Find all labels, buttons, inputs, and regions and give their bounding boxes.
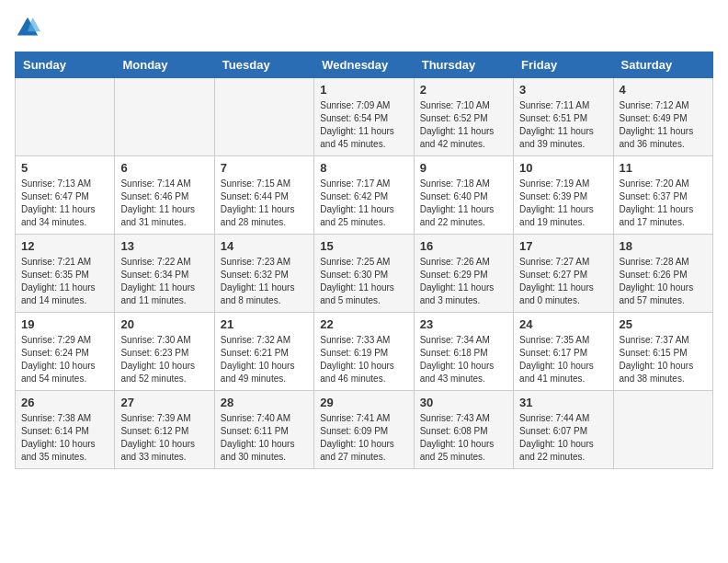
- day-info: Sunrise: 7:10 AM Sunset: 6:52 PM Dayligh…: [420, 99, 507, 151]
- day-number: 8: [320, 161, 407, 175]
- days-of-week-row: SundayMondayTuesdayWednesdayThursdayFrid…: [16, 52, 713, 78]
- day-info: Sunrise: 7:22 AM Sunset: 6:34 PM Dayligh…: [120, 256, 208, 307]
- day-cell: 14Sunrise: 7:23 AM Sunset: 6:32 PM Dayli…: [214, 235, 313, 313]
- day-number: 1: [320, 83, 407, 97]
- day-cell: 15Sunrise: 7:25 AM Sunset: 6:30 PM Dayli…: [314, 235, 414, 313]
- day-cell: 30Sunrise: 7:43 AM Sunset: 6:08 PM Dayli…: [414, 391, 513, 469]
- day-cell: 2Sunrise: 7:10 AM Sunset: 6:52 PM Daylig…: [414, 78, 513, 156]
- day-cell: 20Sunrise: 7:30 AM Sunset: 6:23 PM Dayli…: [115, 313, 214, 391]
- day-info: Sunrise: 7:34 AM Sunset: 6:18 PM Dayligh…: [420, 334, 507, 385]
- logo: [15, 15, 44, 40]
- day-number: 31: [519, 396, 607, 409]
- day-info: Sunrise: 7:11 AM Sunset: 6:51 PM Dayligh…: [519, 99, 607, 151]
- logo-icon: [15, 15, 40, 40]
- day-cell: 25Sunrise: 7:37 AM Sunset: 6:15 PM Dayli…: [613, 313, 712, 391]
- week-row-4: 19Sunrise: 7:29 AM Sunset: 6:24 PM Dayli…: [16, 313, 713, 391]
- week-row-5: 26Sunrise: 7:38 AM Sunset: 6:14 PM Dayli…: [16, 391, 713, 469]
- day-info: Sunrise: 7:21 AM Sunset: 6:35 PM Dayligh…: [21, 256, 108, 307]
- day-cell: 21Sunrise: 7:32 AM Sunset: 6:21 PM Dayli…: [214, 313, 313, 391]
- day-number: 24: [519, 317, 607, 331]
- day-number: 13: [120, 239, 208, 253]
- page-header: [15, 15, 713, 40]
- day-number: 11: [620, 161, 707, 175]
- day-info: Sunrise: 7:38 AM Sunset: 6:14 PM Dayligh…: [21, 412, 108, 464]
- day-cell: 1Sunrise: 7:09 AM Sunset: 6:54 PM Daylig…: [314, 78, 414, 156]
- day-cell: 6Sunrise: 7:14 AM Sunset: 6:46 PM Daylig…: [115, 156, 214, 235]
- day-info: Sunrise: 7:25 AM Sunset: 6:30 PM Dayligh…: [320, 256, 407, 307]
- day-info: Sunrise: 7:19 AM Sunset: 6:39 PM Dayligh…: [519, 178, 607, 229]
- day-info: Sunrise: 7:33 AM Sunset: 6:19 PM Dayligh…: [320, 334, 407, 385]
- day-header-sunday: Sunday: [16, 52, 115, 78]
- day-cell: 11Sunrise: 7:20 AM Sunset: 6:37 PM Dayli…: [613, 156, 712, 235]
- day-cell: 31Sunrise: 7:44 AM Sunset: 6:07 PM Dayli…: [514, 391, 613, 469]
- day-number: 4: [620, 83, 707, 97]
- day-cell: 18Sunrise: 7:28 AM Sunset: 6:26 PM Dayli…: [613, 235, 712, 313]
- day-info: Sunrise: 7:20 AM Sunset: 6:37 PM Dayligh…: [620, 178, 707, 229]
- calendar-header: SundayMondayTuesdayWednesdayThursdayFrid…: [16, 52, 713, 78]
- calendar-table: SundayMondayTuesdayWednesdayThursdayFrid…: [15, 52, 713, 469]
- day-cell: 8Sunrise: 7:17 AM Sunset: 6:42 PM Daylig…: [314, 156, 414, 235]
- day-info: Sunrise: 7:43 AM Sunset: 6:08 PM Dayligh…: [420, 412, 507, 464]
- week-row-2: 5Sunrise: 7:13 AM Sunset: 6:47 PM Daylig…: [16, 156, 713, 235]
- day-cell: 7Sunrise: 7:15 AM Sunset: 6:44 PM Daylig…: [214, 156, 313, 235]
- day-info: Sunrise: 7:13 AM Sunset: 6:47 PM Dayligh…: [21, 178, 108, 229]
- day-cell: 29Sunrise: 7:41 AM Sunset: 6:09 PM Dayli…: [314, 391, 414, 469]
- day-cell: 28Sunrise: 7:40 AM Sunset: 6:11 PM Dayli…: [214, 391, 313, 469]
- day-header-saturday: Saturday: [613, 52, 712, 78]
- day-number: 20: [120, 317, 208, 331]
- day-number: 7: [221, 161, 308, 175]
- day-info: Sunrise: 7:30 AM Sunset: 6:23 PM Dayligh…: [120, 334, 208, 385]
- day-header-monday: Monday: [115, 52, 214, 78]
- day-info: Sunrise: 7:44 AM Sunset: 6:07 PM Dayligh…: [519, 412, 607, 464]
- week-row-3: 12Sunrise: 7:21 AM Sunset: 6:35 PM Dayli…: [16, 235, 713, 313]
- day-number: 27: [120, 396, 208, 409]
- day-info: Sunrise: 7:18 AM Sunset: 6:40 PM Dayligh…: [420, 178, 507, 229]
- day-number: 19: [21, 317, 108, 331]
- day-info: Sunrise: 7:14 AM Sunset: 6:46 PM Dayligh…: [120, 178, 208, 229]
- day-number: 14: [221, 239, 308, 253]
- day-header-thursday: Thursday: [414, 52, 513, 78]
- day-header-tuesday: Tuesday: [214, 52, 313, 78]
- day-cell: 5Sunrise: 7:13 AM Sunset: 6:47 PM Daylig…: [16, 156, 115, 235]
- day-cell: 3Sunrise: 7:11 AM Sunset: 6:51 PM Daylig…: [514, 78, 613, 156]
- day-cell: 13Sunrise: 7:22 AM Sunset: 6:34 PM Dayli…: [115, 235, 214, 313]
- day-header-friday: Friday: [514, 52, 613, 78]
- day-number: 5: [21, 161, 108, 175]
- day-info: Sunrise: 7:32 AM Sunset: 6:21 PM Dayligh…: [221, 334, 308, 385]
- day-info: Sunrise: 7:15 AM Sunset: 6:44 PM Dayligh…: [221, 178, 308, 229]
- day-cell: 24Sunrise: 7:35 AM Sunset: 6:17 PM Dayli…: [514, 313, 613, 391]
- day-number: 25: [620, 317, 707, 331]
- day-number: 3: [519, 83, 607, 97]
- day-info: Sunrise: 7:12 AM Sunset: 6:49 PM Dayligh…: [620, 99, 707, 151]
- day-number: 29: [320, 396, 407, 409]
- day-info: Sunrise: 7:28 AM Sunset: 6:26 PM Dayligh…: [620, 256, 707, 307]
- day-number: 30: [420, 396, 507, 409]
- day-number: 15: [320, 239, 407, 253]
- day-number: 6: [120, 161, 208, 175]
- day-info: Sunrise: 7:35 AM Sunset: 6:17 PM Dayligh…: [519, 334, 607, 385]
- day-cell: 4Sunrise: 7:12 AM Sunset: 6:49 PM Daylig…: [613, 78, 712, 156]
- day-cell: 10Sunrise: 7:19 AM Sunset: 6:39 PM Dayli…: [514, 156, 613, 235]
- day-info: Sunrise: 7:17 AM Sunset: 6:42 PM Dayligh…: [320, 178, 407, 229]
- day-info: Sunrise: 7:29 AM Sunset: 6:24 PM Dayligh…: [21, 334, 108, 385]
- day-info: Sunrise: 7:09 AM Sunset: 6:54 PM Dayligh…: [320, 99, 407, 151]
- day-number: 22: [320, 317, 407, 331]
- day-number: 17: [519, 239, 607, 253]
- day-cell: 19Sunrise: 7:29 AM Sunset: 6:24 PM Dayli…: [16, 313, 115, 391]
- day-cell: 17Sunrise: 7:27 AM Sunset: 6:27 PM Dayli…: [514, 235, 613, 313]
- day-number: 9: [420, 161, 507, 175]
- day-cell: 9Sunrise: 7:18 AM Sunset: 6:40 PM Daylig…: [414, 156, 513, 235]
- day-cell: 12Sunrise: 7:21 AM Sunset: 6:35 PM Dayli…: [16, 235, 115, 313]
- day-number: 10: [519, 161, 607, 175]
- day-number: 2: [420, 83, 507, 97]
- day-info: Sunrise: 7:39 AM Sunset: 6:12 PM Dayligh…: [120, 412, 208, 464]
- day-cell: [16, 78, 115, 156]
- day-number: 18: [620, 239, 707, 253]
- day-header-wednesday: Wednesday: [314, 52, 414, 78]
- day-info: Sunrise: 7:41 AM Sunset: 6:09 PM Dayligh…: [320, 412, 407, 464]
- day-info: Sunrise: 7:23 AM Sunset: 6:32 PM Dayligh…: [221, 256, 308, 307]
- day-info: Sunrise: 7:37 AM Sunset: 6:15 PM Dayligh…: [620, 334, 707, 385]
- day-info: Sunrise: 7:27 AM Sunset: 6:27 PM Dayligh…: [519, 256, 607, 307]
- day-cell: [214, 78, 313, 156]
- day-number: 21: [221, 317, 308, 331]
